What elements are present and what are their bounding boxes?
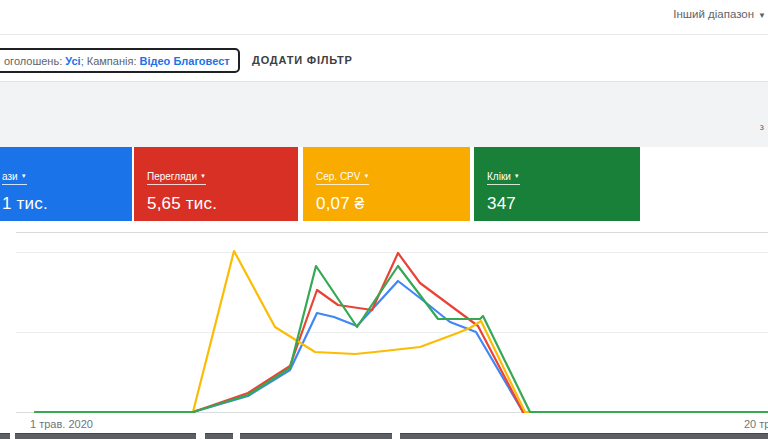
chevron-down-icon: ▼ [514, 173, 520, 179]
metric-card-label: Сер. CPV▼ [316, 171, 369, 185]
filter-chip-value: Відео Благовест [140, 55, 230, 67]
x-axis-tick-end: 20 тр [744, 418, 768, 430]
filter-chip-text: оголошень: [4, 55, 65, 67]
toolbar-band: з [0, 82, 768, 147]
metric-card-impressions[interactable]: ази▼ 1 тис. [0, 147, 132, 221]
metric-card-value: 0,07 ₴ [316, 194, 470, 214]
metric-card-label: ази▼ [2, 171, 27, 185]
date-range-selector[interactable]: Інший діапазон▼ [673, 8, 766, 20]
metric-card-value: 5,65 тис. [147, 194, 298, 214]
metric-card-avg-cpv[interactable]: Сер. CPV▼ 0,07 ₴ [303, 147, 470, 221]
metric-card-clicks[interactable]: Кліки▼ 347 [474, 147, 640, 221]
table-header-segment [15, 433, 196, 439]
metric-card-views[interactable]: Перегляди▼ 5,65 тис. [134, 147, 298, 221]
add-filter-button[interactable]: ДОДАТИ ФІЛЬТР [252, 48, 353, 73]
chevron-down-icon: ▼ [200, 173, 206, 179]
date-range-label: Інший діапазон [673, 8, 754, 20]
chevron-down-icon: ▼ [363, 173, 369, 179]
metric-card-label: Кліки▼ [487, 171, 520, 185]
metric-card-value: 1 тис. [2, 194, 132, 214]
metric-card-label: Перегляди▼ [147, 171, 206, 185]
table-header-segment [400, 433, 768, 439]
filter-bar: оголошень: Усі; Кампанія: Відео Благовес… [0, 35, 768, 82]
filter-chip-text: Кампанія: [87, 55, 140, 67]
google-ads-report-screen: Інший діапазон▼ оголошень: Усі; Кампанія… [0, 0, 768, 439]
table-header-segment [240, 433, 392, 439]
top-bar: Інший діапазон▼ [0, 0, 768, 35]
table-header-segment [205, 433, 233, 439]
filter-chip[interactable]: оголошень: Усі; Кампанія: Відео Благовес… [0, 48, 240, 73]
x-axis-tick-start: 1 трав. 2020 [30, 418, 93, 430]
filter-chip-value: Усі [65, 55, 80, 67]
table-header-segment [0, 433, 10, 439]
toolbar-text-fragment: з [760, 122, 764, 132]
chevron-down-icon: ▼ [21, 173, 27, 179]
metric-card-value: 347 [487, 194, 640, 214]
chevron-down-icon: ▼ [758, 11, 766, 20]
